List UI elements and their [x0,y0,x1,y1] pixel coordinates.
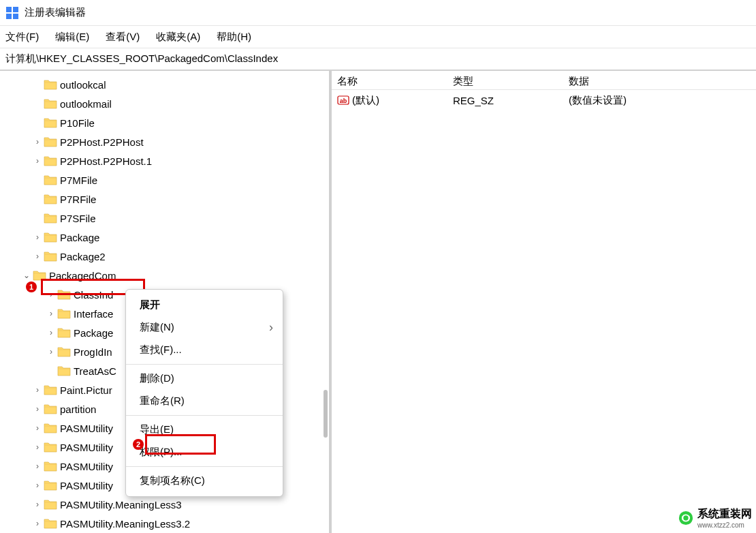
svg-rect-0 [6,7,12,12]
ctx-separator [126,415,283,416]
tree-item-label: ClassInd [74,289,113,301]
ctx-copy-key-name[interactable]: 复制项名称(C) [126,470,283,492]
title-bar: 注册表编辑器 [0,0,756,26]
menu-view[interactable]: 查看(V) [106,31,140,44]
watermark-text: 系统重装网 [697,507,752,521]
tree-item-label: P7SFile [60,213,96,224]
expander-closed-icon[interactable]: › [33,252,42,261]
tree-item-label: PASMUtility [60,461,113,472]
col-header-name[interactable]: 名称 [332,75,447,88]
tree-item-label: P7MFile [60,174,97,186]
expander-closed-icon[interactable]: › [33,156,42,166]
address-path: 计算机\HKEY_CLASSES_ROOT\PackagedCom\ClassI… [5,52,278,65]
tree-item[interactable]: ›Package2 [0,247,329,266]
expander-closed-icon[interactable]: › [33,385,42,395]
svg-text:ab: ab [340,97,347,104]
tree-item[interactable]: P7MFile [0,170,329,189]
tree-item-label: P2PHost.P2PHost [60,136,144,148]
context-menu: 展开 新建(N) 查找(F)... 删除(D) 重命名(R) 导出(E) 权限(… [125,289,283,497]
menu-bar: 文件(F) 编辑(E) 查看(V) 收藏夹(A) 帮助(H) [0,26,756,48]
tree-item-label: PASMUtility [60,442,113,453]
tree-item-label: ProgIdIn [74,346,112,358]
scrollbar-thumb[interactable] [324,390,328,438]
app-icon [5,6,19,20]
tree-item-label: PASMUtility.MeaningLess3 [60,499,182,511]
expander-closed-icon[interactable]: › [33,423,42,433]
watermark-url: www.xtzz2.com [697,521,752,529]
expander-closed-icon[interactable]: › [33,461,42,471]
tree-item[interactable]: ›PASMUtility.MeaningLess3.2 [0,514,329,533]
tree-item[interactable]: ›Package [0,228,329,247]
value-data: (数值未设置) [563,94,756,107]
expander-closed-icon[interactable]: › [33,137,42,147]
expander-closed-icon[interactable]: › [46,309,56,318]
value-row[interactable]: ab (默认) REG_SZ (数值未设置) [332,90,756,110]
svg-rect-1 [13,7,18,12]
ctx-expand[interactable]: 展开 [126,294,283,316]
tree-item-label: P2PHost.P2PHost.1 [60,155,152,167]
expander-closed-icon[interactable]: › [46,328,56,337]
menu-file[interactable]: 文件(F) [5,31,39,44]
tree-item[interactable]: ›P2PHost.P2PHost [0,132,329,151]
values-header: 名称 类型 数据 [332,71,756,90]
values-panel: 名称 类型 数据 ab (默认) REG_SZ (数值未设置) [332,71,756,533]
tree-item-label: Package2 [60,251,106,262]
expander-closed-icon[interactable]: › [46,347,56,356]
svg-rect-2 [6,14,12,19]
tree-item[interactable]: outlookmail [0,94,329,113]
tree-item[interactable]: P7SFile [0,209,329,228]
tree-item-label: TreatAsC [74,365,116,377]
expander-closed-icon[interactable]: › [33,232,42,242]
ctx-new[interactable]: 新建(N) [126,316,283,339]
value-type: REG_SZ [447,95,563,106]
ctx-separator [126,466,283,467]
menu-favorites[interactable]: 收藏夹(A) [156,31,200,44]
tree-item-label: P10File [60,117,95,129]
col-header-data[interactable]: 数据 [563,75,756,88]
tree-item[interactable]: ⌄PackagedCom [0,266,329,285]
expander-closed-icon[interactable]: › [33,442,42,452]
svg-point-7 [683,515,688,520]
tree-item-label: Package [60,232,99,243]
ctx-find[interactable]: 查找(F)... [126,339,283,361]
tree-item[interactable]: ›PASMUtility.MeaningLess3 [0,495,329,514]
tree-item-label: PASMUtility.MeaningLess3.2 [60,518,190,530]
tree-item-label: PackagedCom [49,270,116,281]
content-area: outlookcaloutlookmailP10File›P2PHost.P2P… [0,71,756,533]
col-header-type[interactable]: 类型 [447,75,563,88]
menu-help[interactable]: 帮助(H) [217,31,251,44]
tree-item[interactable]: P7RFile [0,189,329,209]
menu-edit[interactable]: 编辑(E) [55,31,89,44]
app-title: 注册表编辑器 [25,6,86,19]
watermark-icon [678,511,693,526]
tree-item-label: Interface [74,308,113,320]
expander-closed-icon[interactable]: › [33,519,42,528]
annotation-highlight-2 [145,434,216,455]
tree-item-label: PASMUtility [60,480,113,491]
ctx-delete[interactable]: 删除(D) [126,367,283,390]
value-name: (默认) [352,94,379,107]
address-bar[interactable]: 计算机\HKEY_CLASSES_ROOT\PackagedCom\ClassI… [0,48,756,71]
string-value-icon: ab [337,94,349,106]
tree-item-label: Package [74,327,113,339]
tree-item-label: outlookcal [60,79,106,91]
watermark: 系统重装网 www.xtzz2.com [678,507,752,529]
tree-item-label: Paint.Pictur [60,384,112,396]
tree-item-label: outlookmail [60,98,112,110]
expander-closed-icon[interactable]: › [46,290,56,299]
tree-item[interactable]: outlookcal [0,75,329,94]
svg-rect-3 [13,14,18,19]
ctx-separator [126,364,283,365]
tree-item-label: PASMUtility [60,423,113,434]
tree-item-label: P7RFile [60,194,96,205]
expander-closed-icon[interactable]: › [33,404,42,414]
annotation-badge-1: 1 [26,281,37,292]
tree-item[interactable]: P10File [0,113,329,132]
tree-item-label: partition [60,403,96,415]
tree-item[interactable]: ›P2PHost.P2PHost.1 [0,151,329,170]
annotation-badge-2: 2 [133,439,144,450]
ctx-rename[interactable]: 重命名(R) [126,390,283,412]
expander-closed-icon[interactable]: › [33,481,42,490]
expander-closed-icon[interactable]: › [33,500,42,509]
expander-open-icon[interactable]: ⌄ [22,271,31,280]
